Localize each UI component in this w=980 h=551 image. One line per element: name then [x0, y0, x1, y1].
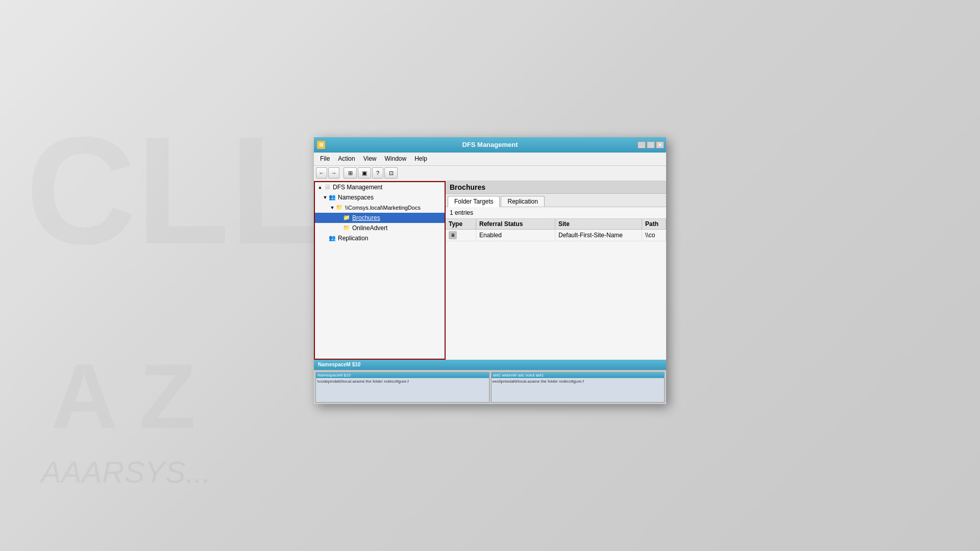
row-site: Default-First-Site-Name: [555, 230, 642, 240]
col-header-site: Site: [555, 219, 642, 229]
close-button[interactable]: ✕: [656, 141, 664, 148]
tree-item-dfs-management[interactable]: ▲ 🖥 DFS Management: [315, 182, 445, 192]
expand-arrow-namespace: ▼: [329, 205, 335, 211]
toolbar: ← → ⊞ ▣ ? ⊡: [314, 166, 666, 181]
tree-item-namespace-path[interactable]: ▼ 📁 \\Comsys.local\MarketingDocs: [315, 203, 445, 213]
tab-replication[interactable]: Replication: [501, 196, 544, 207]
status-bar: NamespaceM $10: [314, 360, 666, 370]
tree-label-replication: Replication: [338, 235, 368, 242]
thumbnail-0-title: NamespaceM $10: [316, 372, 489, 378]
tree-label-namespaces: Namespaces: [338, 194, 374, 201]
row-type-icon: 🖥: [446, 230, 476, 241]
tree-item-namespaces[interactable]: ▼ 👥 Namespaces: [315, 192, 445, 203]
replication-icon: 👥: [328, 234, 336, 242]
namespaces-icon: 👥: [328, 193, 336, 202]
expand-arrow-namespaces: ▼: [322, 194, 328, 201]
show-hide-button[interactable]: ▣: [358, 167, 371, 179]
row-referral-status: Enabled: [476, 230, 555, 240]
tree-label-brochures: Brochures: [352, 214, 380, 221]
forward-button[interactable]: →: [328, 167, 339, 179]
thumbnail-1-content: ees0pntsdafd/local.azame the folder noté…: [492, 378, 665, 385]
col-header-referral: Referral Status: [476, 219, 555, 229]
col-header-path: Path: [642, 219, 666, 229]
table-header: Type Referral Status Site Path: [446, 219, 666, 230]
menu-window[interactable]: Window: [381, 154, 411, 163]
expand-arrow: ▲: [317, 184, 323, 190]
brochures-folder-icon: 📁: [342, 214, 351, 222]
tab-folder-targets[interactable]: Folder Targets: [448, 196, 500, 207]
tree-item-online-advert[interactable]: 📁 OnlineAdvert: [315, 223, 445, 233]
back-button[interactable]: ←: [316, 167, 327, 179]
help-button[interactable]: ?: [372, 167, 383, 179]
table-row-0[interactable]: 🖥 Enabled Default-First-Site-Name \\co: [446, 230, 666, 241]
tree-label-dfs-management: DFS Management: [333, 184, 382, 191]
scope-button[interactable]: ⊞: [344, 167, 357, 179]
main-area: ▲ 🖥 DFS Management ▼ 👥 Namespaces ▼ 📁 \\…: [314, 181, 666, 360]
thumbnail-0[interactable]: NamespaceM $10 \\codepmdafd\local.azame …: [315, 372, 489, 403]
main-window: ⊞ DFS Management _ □ ✕ File Action View …: [314, 137, 666, 404]
row-path: \\co: [642, 230, 666, 240]
thumbnail-row: NamespaceM $10 \\codepmdafd\local.azame …: [314, 370, 666, 404]
menu-help[interactable]: Help: [410, 154, 431, 163]
namespace-icon: 📁: [335, 204, 344, 212]
maximize-button[interactable]: □: [647, 141, 655, 148]
expand-arrow-online-advert: [336, 225, 342, 231]
menu-bar: File Action View Window Help: [314, 153, 666, 166]
window-title: DFS Management: [462, 141, 518, 148]
computer-icon: 🖥: [323, 183, 331, 191]
online-advert-folder-icon: 📁: [342, 224, 351, 232]
left-panel: ▲ 🖥 DFS Management ▼ 👥 Namespaces ▼ 📁 \\…: [314, 181, 446, 360]
tree-item-replication[interactable]: 👥 Replication: [315, 233, 445, 243]
title-bar: ⊞ DFS Management _ □ ✕: [314, 137, 666, 153]
thumbnail-1-title: abt1 webmW adc outut abt1: [492, 372, 665, 378]
expand-arrow-replication: [322, 235, 328, 241]
title-bar-icon: ⊞: [317, 141, 325, 149]
properties-button[interactable]: ⊡: [384, 167, 398, 179]
tree-label-online-advert: OnlineAdvert: [352, 224, 387, 232]
watermark3: AAARSYS...: [41, 455, 211, 490]
menu-file[interactable]: File: [316, 154, 334, 163]
thumbnail-1[interactable]: abt1 webmW adc outut abt1 ees0pntsdafd/l…: [491, 372, 665, 403]
thumbnail-0-content: \\codepmdafd\local.azame the folder noté…: [316, 378, 489, 385]
expand-arrow-brochures: [336, 215, 342, 221]
panel-title: Brochures: [446, 181, 666, 194]
menu-view[interactable]: View: [359, 154, 381, 163]
tree-item-brochures[interactable]: 📁 Brochures: [315, 213, 445, 223]
watermark2: A Z: [51, 343, 195, 449]
tree-label-namespace-path: \\Comsys.local\MarketingDocs: [345, 205, 421, 211]
col-header-type: Type: [446, 219, 476, 229]
server-icon: 🖥: [449, 231, 457, 239]
tabs-row: Folder Targets Replication: [446, 194, 666, 207]
menu-action[interactable]: Action: [334, 154, 359, 163]
status-label: NamespaceM $10: [318, 362, 360, 367]
minimize-button[interactable]: _: [638, 141, 646, 148]
entries-count: 1 entries: [446, 207, 666, 219]
right-panel: Brochures Folder Targets Replication 1 e…: [446, 181, 666, 360]
